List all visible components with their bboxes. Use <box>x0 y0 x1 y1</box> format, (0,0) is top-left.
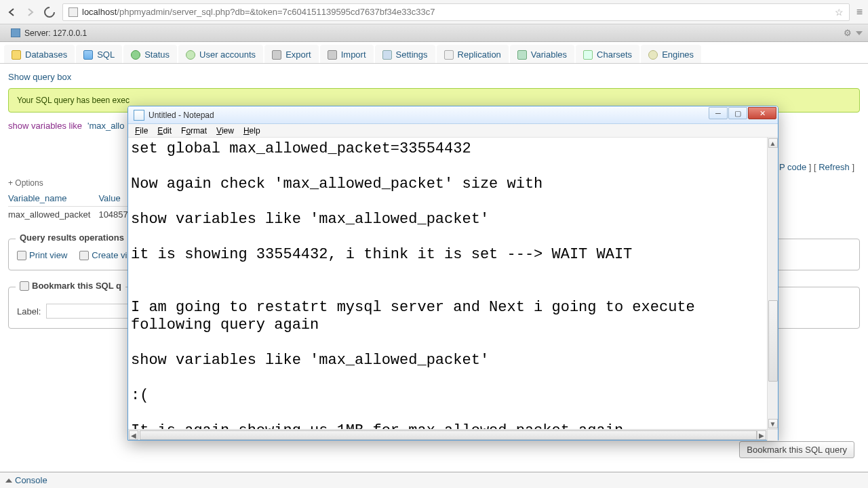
print-view-link[interactable]: Print view <box>17 250 67 260</box>
charsets-icon <box>583 50 593 60</box>
notepad-menubar: File Edit Format View Help <box>128 124 778 138</box>
table-header-row: Variable_name Value <box>8 190 141 207</box>
tab-settings[interactable]: Settings <box>375 45 435 63</box>
menu-format[interactable]: Format <box>177 125 211 136</box>
console-bar[interactable]: Console <box>0 472 868 488</box>
address-bar[interactable]: localhost/phpmyadmin/server_sql.php?db=&… <box>62 3 850 21</box>
col-variable-name[interactable]: Variable_name <box>8 190 98 207</box>
forward-button[interactable] <box>24 6 37 18</box>
create-view-link[interactable]: Create vie <box>79 250 132 260</box>
tab-engines[interactable]: Engines <box>641 45 701 63</box>
sql-icon <box>83 50 93 60</box>
collapse-icon[interactable] <box>856 31 863 35</box>
tab-user-accounts[interactable]: User accounts <box>178 45 263 63</box>
scroll-thumb-vertical[interactable] <box>768 300 778 382</box>
menu-edit[interactable]: Edit <box>153 125 176 136</box>
bookmark-label: Label: <box>17 306 41 317</box>
tab-replication[interactable]: Replication <box>437 45 509 63</box>
variables-icon <box>517 50 527 60</box>
console-label: Console <box>15 475 47 485</box>
tab-charsets[interactable]: Charsets <box>576 45 639 63</box>
database-icon <box>12 50 21 60</box>
bookmark-star-icon[interactable]: ☆ <box>835 7 844 18</box>
server-breadcrumb: Server: 127.0.0.1 ⚙ <box>0 24 868 42</box>
php-code-link[interactable]: P code <box>779 162 806 172</box>
tab-status[interactable]: Status <box>123 45 177 63</box>
result-table: Variable_name Value max_allowed_packet 1… <box>8 190 141 222</box>
show-query-box-link[interactable]: Show query box <box>8 72 71 82</box>
table-row: max_allowed_packet 1048576 <box>8 207 141 223</box>
menu-view[interactable]: View <box>212 125 238 136</box>
console-expand-icon <box>5 479 12 483</box>
server-label: Server: 127.0.0.1 <box>24 28 87 38</box>
menu-file[interactable]: File <box>131 125 152 136</box>
print-icon <box>17 251 26 260</box>
refresh-link[interactable]: Refresh <box>818 162 850 172</box>
server-icon <box>11 28 20 37</box>
browser-menu-icon[interactable]: ≡ <box>856 6 863 18</box>
create-view-icon <box>79 251 89 260</box>
bookmark-icon <box>20 281 29 291</box>
reload-button[interactable] <box>43 6 56 18</box>
notepad-window: Untitled - Notepad ─ ▢ ✕ File Edit Forma… <box>127 106 778 441</box>
scrollbar-vertical[interactable]: ▲ ▼ <box>767 138 778 429</box>
export-icon <box>272 50 281 60</box>
close-button[interactable]: ✕ <box>748 107 776 119</box>
replication-icon <box>444 50 454 60</box>
back-button[interactable] <box>5 6 18 18</box>
tab-variables[interactable]: Variables <box>510 45 574 63</box>
scrollbar-horizontal[interactable]: ◀ ▶ <box>128 429 778 440</box>
settings-icon <box>382 50 392 60</box>
notepad-body: set global max_allowed_packet=33554432 N… <box>128 138 778 440</box>
scroll-thumb-horizontal[interactable] <box>140 430 757 440</box>
top-tabs: Databases SQL Status User accounts Expor… <box>0 42 868 64</box>
notepad-title: Untitled - Notepad <box>149 110 214 120</box>
tab-databases[interactable]: Databases <box>4 45 75 63</box>
scroll-up-icon[interactable]: ▲ <box>768 138 778 148</box>
tab-export[interactable]: Export <box>264 45 319 63</box>
maximize-button[interactable]: ▢ <box>728 107 747 119</box>
result-action-links: P code ] [ Refresh ] <box>779 162 854 172</box>
url-text: localhost/phpmyadmin/server_sql.php?db=&… <box>82 7 435 17</box>
menu-help[interactable]: Help <box>239 125 264 136</box>
scroll-down-icon[interactable]: ▼ <box>768 419 778 428</box>
tab-sql[interactable]: SQL <box>76 45 122 63</box>
gear-icon[interactable]: ⚙ <box>844 28 852 38</box>
users-icon <box>186 50 195 60</box>
qops-legend: Query results operations <box>16 232 128 243</box>
engines-icon <box>648 50 658 60</box>
scroll-corner <box>767 430 778 441</box>
import-icon <box>328 50 337 60</box>
notepad-text-area[interactable]: set global max_allowed_packet=33554432 N… <box>128 138 767 440</box>
browser-toolbar: localhost/phpmyadmin/server_sql.php?db=&… <box>0 0 868 24</box>
scroll-right-icon[interactable]: ▶ <box>757 430 766 440</box>
bookmark-sql-button[interactable]: Bookmark this SQL query <box>739 441 854 458</box>
minimize-button[interactable]: ─ <box>709 107 728 119</box>
notepad-icon <box>134 110 144 121</box>
tab-import[interactable]: Import <box>320 45 374 63</box>
status-icon <box>131 50 140 60</box>
page-icon <box>68 7 78 17</box>
bookmark-legend: Bookmark this SQL q <box>16 281 125 291</box>
scroll-left-icon[interactable]: ◀ <box>129 430 138 440</box>
notepad-titlebar[interactable]: Untitled - Notepad ─ ▢ ✕ <box>128 106 778 124</box>
